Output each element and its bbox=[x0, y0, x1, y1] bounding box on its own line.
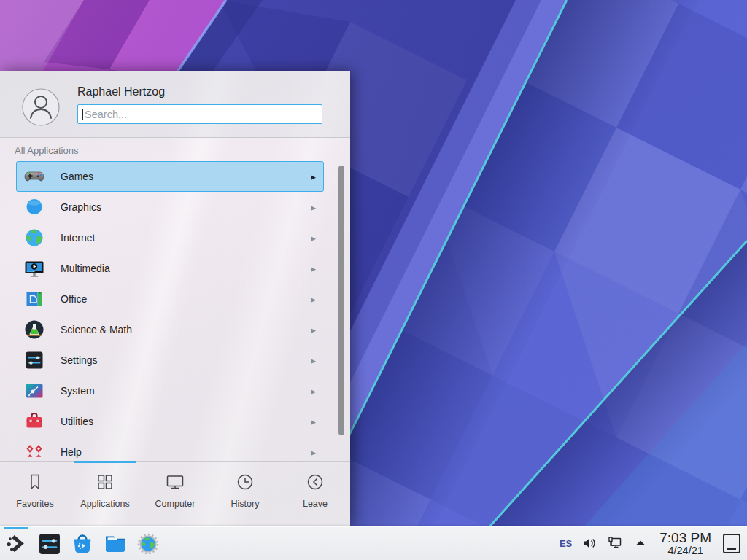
application-launcher-button[interactable] bbox=[0, 527, 33, 560]
applications-icon bbox=[94, 471, 116, 493]
submenu-arrow-icon: ▸ bbox=[311, 233, 316, 244]
network-icon[interactable] bbox=[607, 535, 623, 551]
expand-arrow-icon[interactable] bbox=[632, 535, 649, 551]
taskbar: ES 7:03 PM 4/24/21 bbox=[0, 526, 747, 560]
header-right: Raphael Hertzog Search... bbox=[77, 81, 328, 137]
text-caret bbox=[82, 109, 83, 120]
tray-icons bbox=[581, 535, 649, 551]
category-item[interactable]: Utilities ▸ bbox=[16, 406, 324, 437]
search-placeholder: Search... bbox=[85, 109, 127, 120]
tab-label: Favorites bbox=[16, 499, 53, 509]
section-label: All Applications bbox=[0, 138, 350, 160]
desktop: Raphael Hertzog Search... All Applicatio… bbox=[0, 0, 747, 560]
internet-icon bbox=[24, 228, 44, 248]
system-icon bbox=[24, 381, 44, 401]
category-item[interactable]: Help ▸ bbox=[16, 437, 324, 461]
category-label: Multimedia bbox=[61, 262, 311, 274]
tab-label: Computer bbox=[155, 499, 196, 509]
settings-icon bbox=[24, 350, 44, 370]
office-icon bbox=[24, 289, 44, 309]
submenu-arrow-icon: ▸ bbox=[311, 355, 316, 366]
show-desktop-button[interactable] bbox=[723, 534, 740, 553]
application-launcher-menu: Raphael Hertzog Search... All Applicatio… bbox=[0, 71, 350, 526]
file-manager-button[interactable] bbox=[98, 527, 131, 560]
science-icon bbox=[24, 319, 44, 340]
utilities-icon bbox=[24, 411, 44, 432]
category-item[interactable]: Settings ▸ bbox=[16, 345, 324, 376]
submenu-arrow-icon: ▸ bbox=[311, 447, 316, 458]
tab-label: History bbox=[231, 499, 260, 509]
submenu-arrow-icon: ▸ bbox=[311, 416, 316, 427]
submenu-arrow-icon: ▸ bbox=[311, 171, 316, 182]
category-label: Science & Math bbox=[61, 324, 311, 335]
sysconfig-icon bbox=[37, 532, 62, 556]
launcher-tab[interactable]: Applications bbox=[70, 462, 140, 526]
computer-icon bbox=[164, 471, 186, 493]
category-label: Internet bbox=[61, 232, 311, 244]
user-name: Raphael Hertzog bbox=[77, 85, 328, 98]
browser-icon bbox=[136, 532, 160, 556]
system-tray: ES 7:03 PM 4/24/21 bbox=[560, 531, 747, 556]
category-label: Games bbox=[61, 171, 311, 182]
discover-icon bbox=[70, 532, 95, 556]
user-avatar-icon bbox=[22, 88, 60, 126]
launcher-tab[interactable]: History bbox=[210, 462, 280, 526]
clock-time: 7:03 PM bbox=[659, 531, 711, 545]
search-input[interactable]: Search... bbox=[77, 104, 322, 124]
category-item[interactable]: System ▸ bbox=[16, 376, 324, 406]
category-item[interactable]: Graphics ▸ bbox=[16, 192, 324, 222]
history-icon bbox=[234, 471, 256, 493]
submenu-arrow-icon: ▸ bbox=[311, 294, 316, 305]
launcher-tab[interactable]: Favorites bbox=[0, 462, 70, 526]
submenu-arrow-icon: ▸ bbox=[311, 386, 316, 397]
system-settings-button[interactable] bbox=[33, 527, 66, 560]
files-icon bbox=[103, 532, 128, 556]
category-item[interactable]: Office ▸ bbox=[16, 284, 324, 314]
taskbar-launchers bbox=[0, 527, 164, 560]
multimedia-icon bbox=[24, 258, 44, 279]
web-browser-button[interactable] bbox=[131, 527, 164, 560]
category-label: Office bbox=[61, 293, 311, 305]
launcher-tab[interactable]: Leave bbox=[280, 462, 350, 526]
tab-label: Leave bbox=[303, 499, 328, 509]
games-icon bbox=[24, 166, 44, 187]
category-item[interactable]: Multimedia ▸ bbox=[16, 253, 324, 284]
scrollbar-thumb[interactable] bbox=[338, 166, 344, 435]
favorites-icon bbox=[24, 471, 46, 493]
keyboard-layout-indicator[interactable]: ES bbox=[560, 538, 572, 549]
submenu-arrow-icon: ▸ bbox=[311, 202, 316, 213]
submenu-arrow-icon: ▸ bbox=[311, 324, 316, 335]
show-desktop-glyph bbox=[727, 548, 736, 550]
category-label: Utilities bbox=[61, 416, 311, 427]
tab-label: Applications bbox=[80, 499, 129, 509]
clock-date: 4/24/21 bbox=[659, 545, 711, 556]
launcher-header: Raphael Hertzog Search... bbox=[0, 71, 350, 138]
category-list: Games ▸ Graphics ▸ Internet ▸ Mu bbox=[0, 161, 350, 461]
category-item[interactable]: Games ▸ bbox=[16, 161, 324, 192]
submenu-arrow-icon: ▸ bbox=[311, 263, 316, 274]
graphics-icon bbox=[24, 197, 44, 217]
help-icon bbox=[24, 442, 44, 461]
discover-button[interactable] bbox=[66, 527, 98, 560]
category-label: System bbox=[61, 385, 311, 397]
launcher-tab[interactable]: Computer bbox=[140, 462, 210, 526]
digital-clock[interactable]: 7:03 PM 4/24/21 bbox=[659, 531, 711, 556]
volume-icon[interactable] bbox=[581, 535, 597, 551]
category-label: Settings bbox=[61, 354, 311, 366]
category-item[interactable]: Internet ▸ bbox=[16, 222, 324, 253]
user-avatar[interactable] bbox=[22, 88, 60, 126]
category-label: Graphics bbox=[61, 201, 311, 213]
leave-icon bbox=[304, 471, 326, 493]
launcher-icon bbox=[4, 532, 29, 556]
launcher-tabbar: Favorites Applications Computer History bbox=[0, 461, 350, 526]
category-item[interactable]: Science & Math ▸ bbox=[16, 314, 324, 345]
category-label: Help bbox=[61, 446, 311, 458]
